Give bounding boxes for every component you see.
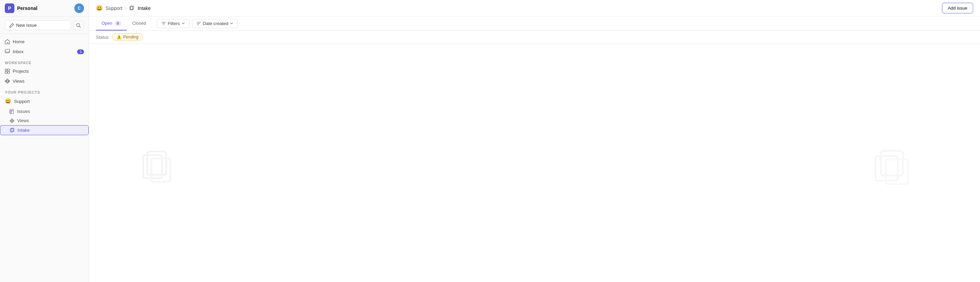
filter-icon bbox=[161, 21, 166, 26]
sidebar-actions: New issue bbox=[0, 17, 89, 34]
intake-icon bbox=[10, 128, 15, 133]
views-label: Views bbox=[13, 79, 24, 84]
views-icon bbox=[5, 79, 10, 84]
sidebar: P Personal C New issue Home bbox=[0, 0, 89, 282]
edit-icon bbox=[9, 23, 14, 28]
workspace-logo-icon: P bbox=[5, 3, 14, 13]
svg-rect-6 bbox=[8, 72, 10, 74]
sidebar-header: P Personal C bbox=[0, 0, 89, 17]
projects-label: Projects bbox=[13, 69, 29, 74]
intake-label: Intake bbox=[18, 128, 29, 133]
sidebar-item-issues[interactable]: Issues bbox=[0, 107, 89, 116]
warning-icon: ⚠️ bbox=[116, 35, 122, 40]
breadcrumb-current: Intake bbox=[138, 5, 151, 11]
home-icon bbox=[5, 39, 10, 44]
sidebar-item-intake[interactable]: Intake bbox=[0, 125, 89, 135]
svg-rect-11 bbox=[10, 111, 12, 112]
sidebar-nav: Home Inbox 3 WORKSPACE Projects bbox=[0, 34, 89, 138]
content-area: Open 0 Closed Filters bbox=[89, 16, 980, 282]
tab-closed[interactable]: Closed bbox=[127, 16, 151, 30]
support-label: Support bbox=[14, 99, 30, 104]
your-projects-section-label: YOUR PROJECTS bbox=[0, 86, 89, 96]
main-body bbox=[89, 44, 980, 282]
chevron-down-2-icon bbox=[230, 22, 233, 25]
tab-open-count: 0 bbox=[115, 21, 121, 26]
views-sub-icon bbox=[10, 119, 14, 123]
search-button[interactable] bbox=[73, 21, 84, 30]
workspace-section-label: WORKSPACE bbox=[0, 57, 89, 66]
svg-rect-5 bbox=[5, 72, 7, 74]
search-icon bbox=[76, 23, 81, 28]
issues-icon bbox=[10, 109, 14, 114]
workspace-logo[interactable]: P Personal bbox=[5, 3, 37, 13]
svg-rect-10 bbox=[10, 110, 13, 111]
deco-right-icon bbox=[874, 147, 912, 186]
inbox-label: Inbox bbox=[13, 49, 24, 54]
svg-rect-31 bbox=[881, 151, 903, 176]
inbox-badge: 3 bbox=[77, 50, 84, 54]
inbox-icon bbox=[5, 49, 10, 54]
sidebar-item-support-views[interactable]: Views bbox=[0, 116, 89, 125]
status-label: Status bbox=[96, 35, 109, 40]
status-tag-pending[interactable]: ⚠️ Pending bbox=[112, 33, 143, 41]
home-label: Home bbox=[13, 39, 25, 44]
tab-open-label: Open bbox=[102, 21, 112, 26]
support-emoji: 😀 bbox=[5, 98, 11, 104]
sidebar-item-support[interactable]: 😀 Support bbox=[0, 96, 89, 107]
sidebar-item-projects[interactable]: Projects bbox=[0, 66, 89, 76]
status-tag-label: Pending bbox=[123, 35, 138, 40]
new-issue-label: New issue bbox=[16, 22, 37, 28]
date-created-button[interactable]: Date created bbox=[192, 19, 238, 28]
sidebar-item-inbox[interactable]: Inbox 3 bbox=[0, 46, 89, 57]
svg-rect-3 bbox=[5, 69, 7, 71]
new-issue-button[interactable]: New issue bbox=[5, 20, 71, 30]
add-issue-button[interactable]: Add issue bbox=[942, 3, 973, 13]
breadcrumb-emoji: 😀 bbox=[96, 5, 103, 11]
breadcrumb-separator: › bbox=[125, 5, 127, 11]
filters-label: Filters bbox=[167, 21, 180, 26]
deco-left-icon bbox=[140, 149, 171, 184]
projects-icon bbox=[5, 69, 10, 74]
workspace-name: Personal bbox=[17, 5, 37, 11]
views-sub-label: Views bbox=[17, 118, 29, 123]
tabs-bar: Open 0 Closed Filters bbox=[89, 16, 980, 30]
filters-button[interactable]: Filters bbox=[157, 19, 189, 28]
user-avatar[interactable]: C bbox=[74, 3, 84, 13]
breadcrumb-parent[interactable]: Support bbox=[105, 5, 123, 11]
chevron-down-icon bbox=[181, 22, 185, 25]
tab-open[interactable]: Open 0 bbox=[96, 16, 127, 30]
sidebar-item-home[interactable]: Home bbox=[0, 37, 89, 46]
sidebar-item-views[interactable]: Views bbox=[0, 76, 89, 86]
status-filter-row: Status ⚠️ Pending bbox=[89, 30, 980, 44]
svg-rect-4 bbox=[8, 69, 10, 71]
top-bar: 😀 Support › Intake Add issue bbox=[89, 0, 980, 16]
main-content: 😀 Support › Intake Add issue Open 0 Clos… bbox=[89, 0, 980, 282]
sort-icon bbox=[197, 21, 201, 26]
svg-line-1 bbox=[80, 26, 81, 27]
date-created-label: Date created bbox=[203, 21, 228, 26]
svg-rect-12 bbox=[10, 112, 12, 113]
intake-breadcrumb-icon bbox=[129, 6, 134, 11]
issues-label: Issues bbox=[17, 109, 30, 114]
breadcrumb: 😀 Support › Intake bbox=[96, 5, 151, 11]
tab-closed-label: Closed bbox=[132, 21, 146, 26]
